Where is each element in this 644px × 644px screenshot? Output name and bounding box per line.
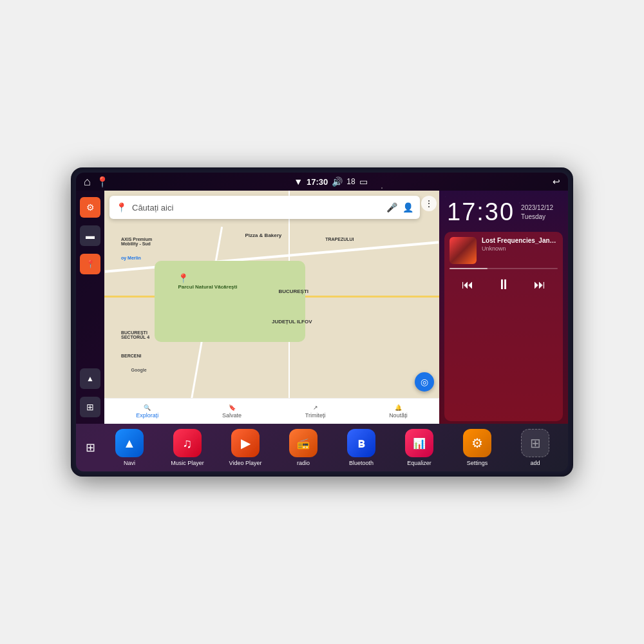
map-label-merlin: oy Merlin xyxy=(121,256,141,260)
music-info: Lost Frequencies_Janie... Unknown xyxy=(450,237,558,264)
app-music-player[interactable]: ♫ Music Player xyxy=(169,429,205,466)
target-icon: ◎ xyxy=(421,377,428,387)
status-bar: ⌂ 📍 ▼ 17:30 🔊 18 ▭ ↩ xyxy=(76,173,568,191)
search-text: Căutați aici xyxy=(132,203,381,213)
radio-icon: 📻 xyxy=(297,437,310,450)
explore-icon: 🔍 xyxy=(144,404,151,411)
bluetooth-icon-bg: ʙ xyxy=(347,429,375,457)
map-settings-btn[interactable]: ⋮ xyxy=(421,196,437,211)
map-tab-explore[interactable]: 🔍 Explorați xyxy=(136,404,158,419)
add-label: add xyxy=(530,460,540,466)
battery-level: 18 xyxy=(346,177,355,186)
status-center: ▼ 17:30 🔊 18 ▭ xyxy=(294,176,367,187)
app-add[interactable]: ⊞ add xyxy=(517,429,553,466)
device: ⌂ 📍 ▼ 17:30 🔊 18 ▭ ↩ ⚙ ▬ xyxy=(71,167,573,477)
app-navi[interactable]: ▲ Navi xyxy=(111,429,147,466)
settings-icon-bg: ⚙ xyxy=(463,429,491,457)
news-icon: 🔔 xyxy=(395,404,402,411)
main-area: ⚙ ▬ 📍 ▲ ⊞ xyxy=(76,191,568,424)
status-time: 17:30 xyxy=(307,177,328,187)
map-label-trap: TRAPEZULUI xyxy=(325,237,354,242)
grid-menu-btn[interactable]: ⊞ xyxy=(80,433,100,462)
radio-icon-bg: 📻 xyxy=(289,429,317,457)
status-right: ↩ xyxy=(553,176,560,187)
right-panel: 17:30 2023/12/12 Tuesday Lost Frequencie… xyxy=(439,191,568,424)
date-line1: 2023/12/12 xyxy=(521,204,553,213)
mic-icon[interactable]: 🎤 xyxy=(386,202,397,213)
map-label-ilfov: JUDEȚUL ILFOV xyxy=(272,319,312,325)
account-icon[interactable]: 👤 xyxy=(402,202,413,213)
music-controls: ⏮ ⏸ ⏭ xyxy=(450,274,558,295)
map-tab-send[interactable]: ↗ Trimiteți xyxy=(305,404,326,419)
clock-area: 17:30 2023/12/12 Tuesday xyxy=(439,191,568,229)
video-player-label: Video Player xyxy=(229,460,262,466)
map-label-pizza: Pizza & Bakery xyxy=(245,232,281,238)
news-label: Noutăți xyxy=(389,412,408,419)
volume-icon: 🔊 xyxy=(332,176,343,187)
send-label: Trimiteți xyxy=(305,412,326,419)
navi-label: Navi xyxy=(124,460,135,466)
battery-icon: ▭ xyxy=(359,176,368,187)
music-artist: Unknown xyxy=(482,245,558,252)
sidebar-nav-btn[interactable]: ▲ xyxy=(80,368,100,389)
map-frame[interactable]: 📍 Căutați aici 🎤 👤 ⋮ AXIS PremiumMobilit… xyxy=(104,191,439,424)
sidebar-file-btn[interactable]: ▬ xyxy=(80,225,100,246)
equalizer-icon: 📊 xyxy=(413,437,426,450)
app-video-player[interactable]: ▶ Video Player xyxy=(227,429,263,466)
explore-label: Explorați xyxy=(136,412,158,419)
add-icon: ⊞ xyxy=(530,435,541,451)
app-equalizer[interactable]: 📊 Equalizer xyxy=(401,429,437,466)
my-location-btn[interactable]: ◎ xyxy=(415,372,434,392)
sidebar: ⚙ ▬ 📍 ▲ ⊞ xyxy=(76,191,104,424)
apps-grid: ▲ Navi ♫ Music Player ▶ Video Playe xyxy=(100,429,564,466)
settings-icon: ⚙ xyxy=(471,435,483,451)
map-pin-park: 📍 xyxy=(178,272,189,284)
saved-icon: 🔖 xyxy=(229,404,236,411)
sidebar-settings-btn[interactable]: ⚙ xyxy=(80,197,100,218)
nav-arrow-icon: ▲ xyxy=(86,374,94,383)
date-line2: Tuesday xyxy=(521,213,553,222)
sidebar-map-btn[interactable]: 📍 xyxy=(80,254,100,274)
map-tab-news[interactable]: 🔔 Noutăți xyxy=(389,404,408,419)
map-label-google: Google xyxy=(131,368,147,372)
music-player-label: Music Player xyxy=(171,460,204,466)
grid-icon: ⊞ xyxy=(86,402,94,412)
map-label-axis: AXIS PremiumMobility - Sud xyxy=(121,237,152,246)
map-tab-saved[interactable]: 🔖 Salvate xyxy=(222,404,242,419)
settings-dots-icon: ⋮ xyxy=(425,199,433,208)
navi-icon: ▲ xyxy=(123,436,136,451)
settings-icon: ⚙ xyxy=(86,202,95,213)
bluetooth-icon: ʙ xyxy=(357,435,365,451)
map-label-sectorul4: BUCUREȘTISECTORUL 4 xyxy=(121,330,149,339)
next-button[interactable]: ⏭ xyxy=(529,274,550,295)
home-icon[interactable]: ⌂ xyxy=(84,175,91,189)
map-label-park: Parcul Natural Văcărești xyxy=(178,284,237,290)
map-pin-icon: 📍 xyxy=(86,260,95,269)
app-settings[interactable]: ⚙ Settings xyxy=(459,429,495,466)
album-art-image xyxy=(450,237,477,264)
music-icon: ♫ xyxy=(183,436,193,451)
file-icon: ▬ xyxy=(86,231,95,241)
screen: ⌂ 📍 ▼ 17:30 🔊 18 ▭ ↩ ⚙ ▬ xyxy=(76,173,568,471)
map-search-bar[interactable]: 📍 Căutați aici 🎤 👤 xyxy=(109,196,420,219)
settings-label: Settings xyxy=(467,460,488,466)
video-icon: ▶ xyxy=(241,435,251,451)
prev-button[interactable]: ⏮ xyxy=(457,274,478,295)
progress-bar[interactable] xyxy=(450,268,558,269)
sidebar-bottom: ▲ ⊞ xyxy=(80,368,100,417)
map-label-bucharest: BUCUREȘTI xyxy=(278,289,308,294)
maps-icon[interactable]: 📍 xyxy=(96,176,109,188)
app-bluetooth[interactable]: ʙ Bluetooth xyxy=(343,429,379,466)
clock-date: 2023/12/12 Tuesday xyxy=(521,200,553,222)
back-icon[interactable]: ↩ xyxy=(553,176,560,187)
send-icon: ↗ xyxy=(313,404,318,411)
map-bottom-bar: 🔍 Explorați 🔖 Salvate ↗ Trimiteți 🔔 xyxy=(104,398,439,424)
pause-button[interactable]: ⏸ xyxy=(493,274,514,295)
app-radio[interactable]: 📻 radio xyxy=(285,429,321,466)
status-left: ⌂ 📍 xyxy=(84,175,109,189)
bluetooth-label: Bluetooth xyxy=(349,460,374,466)
navi-icon-bg: ▲ xyxy=(115,429,144,457)
music-icon-bg: ♫ xyxy=(173,429,202,457)
video-icon-bg: ▶ xyxy=(231,429,260,457)
sidebar-grid-btn[interactable]: ⊞ xyxy=(80,397,100,417)
